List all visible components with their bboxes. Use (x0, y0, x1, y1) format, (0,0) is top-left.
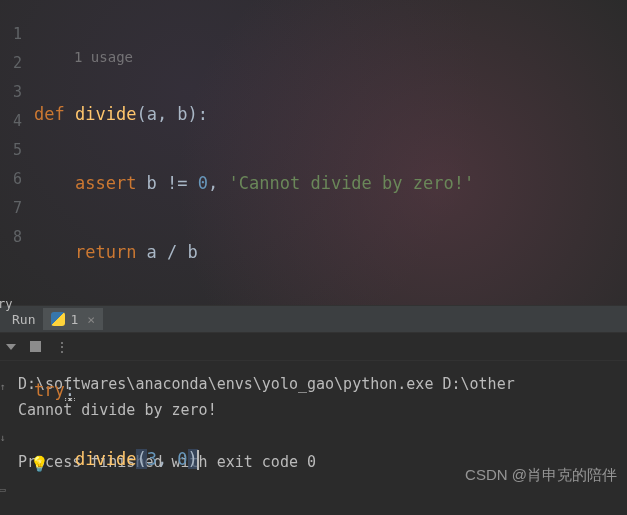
code-content[interactable]: 1 usage def divide(a, b): assert b != 0,… (28, 0, 474, 305)
text-cursor (197, 450, 199, 470)
code-line: try: (34, 376, 474, 405)
side-tab-label[interactable]: ry (0, 297, 12, 311)
watermark: CSDN @肖申克的陪伴 (465, 466, 617, 485)
console-left-rail: ↑ ↓ ▭ (0, 361, 5, 515)
intention-bulb-icon[interactable]: 💡 (30, 450, 49, 479)
code-line: assert b != 0, 'Cannot divide by zero!' (34, 169, 474, 198)
code-editor[interactable]: 1 2 3 4 5 6 7 8 1 usage def divide(a, b)… (0, 0, 627, 305)
code-line: 💡 divide(3, 0) (34, 445, 474, 474)
code-line: def divide(a, b): (34, 100, 474, 129)
usage-hint: 1 usage (74, 49, 133, 65)
code-line: return a / b (34, 238, 474, 267)
rail-icon[interactable]: ▭ (0, 484, 6, 495)
dropdown-icon[interactable] (6, 344, 16, 350)
rail-icon[interactable]: ↓ (0, 432, 6, 443)
rail-icon[interactable]: ↑ (0, 381, 6, 392)
line-number-gutter: 1 2 3 4 5 6 7 8 (0, 0, 28, 305)
code-line (34, 307, 474, 336)
